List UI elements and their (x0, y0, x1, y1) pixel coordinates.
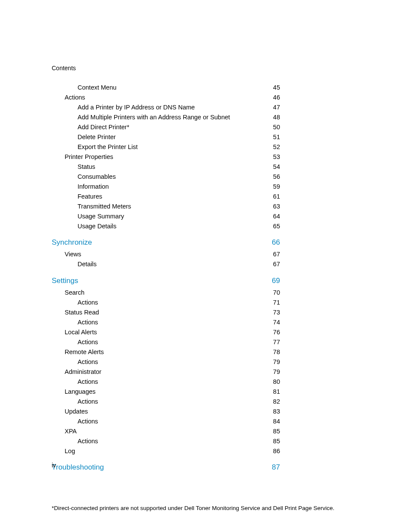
toc-entry-page: 83 (271, 407, 280, 416)
toc-entry-page: 54 (271, 162, 280, 171)
toc-entry[interactable]: Usage Summary 64 (52, 212, 280, 221)
toc-entry-page: 51 (271, 132, 280, 142)
toc-entry-title: Remote Alerts (65, 347, 104, 357)
footnote: *Direct-connected printers are not suppo… (52, 505, 334, 511)
toc-entry-title: Administrator (65, 367, 101, 376)
toc-entry-page: 61 (271, 192, 280, 201)
toc-entry[interactable]: Actions 80 (52, 377, 280, 386)
toc-entry-page: 67 (271, 259, 280, 269)
toc-entry-page: 81 (271, 387, 280, 396)
toc-entry[interactable]: Local Alerts 76 (52, 327, 280, 337)
toc-entry-title: Usage Details (78, 221, 116, 231)
toc-entry[interactable]: Remote Alerts 78 (52, 347, 280, 357)
toc-entry-title: Log (65, 446, 75, 456)
toc-entry-page: 84 (271, 417, 280, 426)
toc-entry-title: Actions (78, 317, 98, 327)
toc-entry[interactable]: Usage Details65 (52, 221, 280, 231)
toc-entry-page: 66 (271, 237, 280, 248)
toc-entry[interactable]: XPA 85 (52, 426, 280, 436)
toc-entry-title: Actions (65, 93, 85, 102)
toc-entry[interactable]: Synchronize 66 (52, 237, 280, 248)
toc-entry[interactable]: Add Multiple Printers with an Address Ra… (52, 112, 280, 122)
toc-entry[interactable]: Actions 85 (52, 436, 280, 446)
toc-entry-title: Consumables (78, 172, 116, 181)
toc-entry[interactable]: Printer Properties 53 (52, 152, 280, 162)
toc-entry-title: Printer Properties (65, 152, 113, 162)
toc-entry-title: Languages (65, 387, 96, 396)
toc-entry-title: Status (78, 162, 95, 171)
toc-entry[interactable]: Details 67 (52, 259, 280, 269)
toc-entry-page: 71 (271, 298, 280, 307)
toc-entry[interactable]: Actions 74 (52, 317, 280, 327)
page-number: iv (52, 462, 56, 469)
toc-entry-title: Actions (78, 357, 98, 367)
toc-entry-title: Add Direct Printer* (78, 122, 129, 132)
toc-entry-page: 77 (271, 337, 280, 347)
toc-entry[interactable]: Actions 71 (52, 298, 280, 307)
toc-entry-title: Updates (65, 407, 88, 416)
toc-entry-title: Local Alerts (65, 327, 97, 337)
toc-entry-title: Actions (78, 337, 98, 347)
toc-entry-title: Views (65, 249, 81, 259)
toc-entry-page: 63 (271, 202, 280, 211)
toc-entry[interactable]: Views67 (52, 249, 280, 259)
toc-entry-page: 87 (271, 462, 280, 473)
toc-entry[interactable]: Context Menu45 (52, 83, 280, 92)
toc-entry[interactable]: Search70 (52, 288, 280, 297)
toc-entry[interactable]: Updates83 (52, 407, 280, 416)
page-header: Contents (52, 65, 76, 72)
toc-entry-page: 53 (271, 152, 280, 162)
toc-entry[interactable]: Languages 81 (52, 387, 280, 396)
toc-entry-title: Information (78, 182, 109, 191)
toc-entry[interactable]: Consumables 56 (52, 172, 280, 181)
toc-entry-title: Transmitted Meters (78, 202, 131, 211)
toc-entry[interactable]: Information 59 (52, 182, 280, 191)
toc-entry-title: Actions (78, 417, 98, 426)
toc-entry[interactable]: Delete Printer 51 (52, 132, 280, 142)
toc-entry-title: Search (65, 288, 84, 297)
toc-entry[interactable]: Features 61 (52, 192, 280, 201)
toc-entry[interactable]: Export the Printer List 52 (52, 142, 280, 152)
toc-entry-page: 76 (271, 327, 280, 337)
toc-entry-page: 82 (271, 397, 280, 406)
toc-entry-page: 48 (271, 112, 280, 122)
toc-entry[interactable]: Troubleshooting 87 (52, 462, 280, 473)
toc-entry-page: 80 (271, 377, 280, 386)
toc-entry-title: Status Read (65, 308, 99, 317)
table-of-contents: Context Menu45Actions 46Add a Printer by… (52, 83, 280, 474)
toc-entry[interactable]: Log 86 (52, 446, 280, 456)
toc-entry-title: Actions (78, 298, 98, 307)
toc-entry-page: 67 (271, 249, 280, 259)
toc-entry[interactable]: Status Read 73 (52, 308, 280, 317)
toc-entry-page: 79 (271, 357, 280, 367)
toc-entry-title: Usage Summary (78, 212, 124, 221)
toc-entry-page: 45 (271, 83, 280, 92)
toc-entry-page: 46 (271, 93, 280, 102)
toc-entry[interactable]: Administrator 79 (52, 367, 280, 376)
toc-entry-page: 79 (271, 367, 280, 376)
toc-entry-title: Add a Printer by IP Address or DNS Name (78, 103, 195, 112)
toc-entry[interactable]: Transmitted Meters 63 (52, 202, 280, 211)
toc-entry[interactable]: Add a Printer by IP Address or DNS Name … (52, 103, 280, 112)
toc-entry-title: Context Menu (78, 83, 116, 92)
toc-entry[interactable]: Add Direct Printer*50 (52, 122, 280, 132)
toc-entry-title: Export the Printer List (78, 142, 137, 152)
toc-entry-page: 56 (271, 172, 280, 181)
toc-entry[interactable]: Actions 82 (52, 397, 280, 406)
toc-entry-title: Actions (78, 397, 98, 406)
toc-entry-page: 69 (271, 275, 280, 286)
toc-entry-title: Delete Printer (78, 132, 116, 142)
toc-entry[interactable]: Settings 69 (52, 275, 280, 286)
toc-entry[interactable]: Actions 79 (52, 357, 280, 367)
toc-entry[interactable]: Actions 77 (52, 337, 280, 347)
toc-entry[interactable]: Status 54 (52, 162, 280, 171)
toc-entry-title: Synchronize (52, 237, 92, 248)
toc-entry-title: Features (78, 192, 102, 201)
toc-entry-title: Settings (52, 275, 78, 286)
toc-entry-page: 50 (271, 122, 280, 132)
toc-entry[interactable]: Actions 84 (52, 417, 280, 426)
document-page: Contents Context Menu45Actions 46Add a P… (0, 0, 411, 532)
toc-entry-title: Add Multiple Printers with an Address Ra… (78, 112, 230, 122)
toc-entry[interactable]: Actions 46 (52, 93, 280, 102)
toc-entry-page: 78 (271, 347, 280, 357)
